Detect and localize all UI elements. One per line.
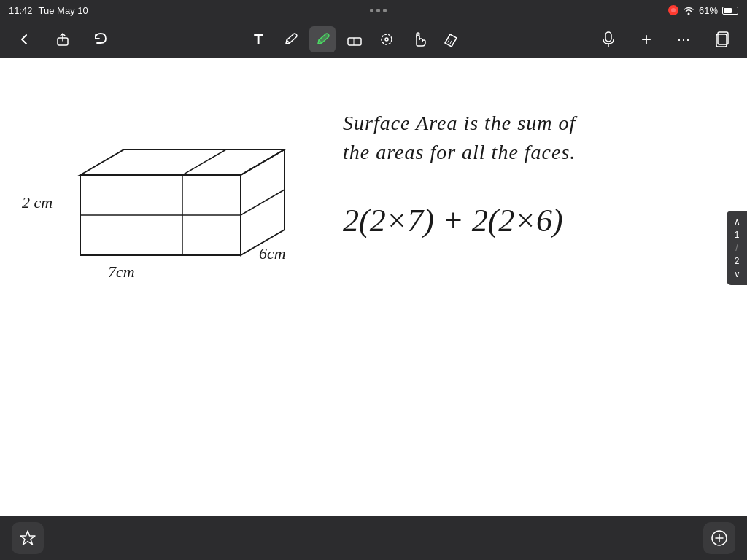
formula-block: 2(2×7) + 2(2×6): [343, 193, 635, 247]
scroll-up-icon[interactable]: ∧: [734, 217, 740, 227]
svg-text:Surface  Area  is  the  sum  o: Surface Area is the sum of: [343, 112, 577, 134]
page-number: 1: [735, 230, 740, 240]
battery-percentage: 61%: [699, 5, 718, 16]
svg-point-3: [382, 34, 392, 44]
status-center: [370, 9, 387, 12]
dimension-2cm-label: 2 cm: [22, 193, 53, 212]
status-bar: 11:42 Tue May 10 61%: [0, 0, 747, 20]
undo-button[interactable]: [88, 26, 114, 52]
canvas-area[interactable]: Surface Area is the sum of the areas for…: [0, 58, 747, 516]
mic-button[interactable]: [595, 26, 622, 52]
text-tool-button[interactable]: T: [245, 26, 271, 52]
toolbar-left: [12, 26, 114, 52]
page-total: 2: [735, 256, 740, 266]
back-button[interactable]: [12, 26, 38, 52]
status-left: 11:42 Tue May 10: [9, 5, 88, 16]
dimension-6cm-label: 6cm: [259, 244, 286, 263]
hand-tool-button[interactable]: [406, 26, 432, 52]
battery-icon: [722, 7, 738, 15]
text-block-definition: Surface Area is the sum of the areas for…: [343, 102, 708, 178]
svg-text:2(2×7) + 2(2×6): 2(2×7) + 2(2×6): [343, 203, 563, 238]
svg-line-17: [182, 149, 226, 175]
svg-rect-2: [348, 38, 361, 45]
svg-text:the  areas  for  all  the  fac: the areas for all the faces.: [343, 141, 576, 163]
pencil-outline-button[interactable]: [277, 26, 303, 52]
scroll-down-icon[interactable]: ∨: [734, 269, 740, 279]
star-button[interactable]: [12, 522, 44, 554]
toolbar: T + ⋯: [0, 20, 747, 58]
scroll-indicator[interactable]: ∧ 1 / 2 ∨: [727, 211, 747, 285]
status-right: 61%: [668, 5, 738, 16]
lasso-button[interactable]: [374, 26, 400, 52]
time-display: 11:42: [9, 5, 33, 16]
rectangular-prism-diagram: [58, 139, 292, 284]
dimension-7cm-label: 7cm: [108, 262, 135, 281]
svg-point-4: [385, 38, 388, 41]
highlighter-button[interactable]: [309, 26, 336, 52]
pages-button[interactable]: [709, 26, 735, 52]
add-page-button[interactable]: [703, 522, 735, 554]
svg-rect-5: [605, 32, 611, 42]
ruler-button[interactable]: [438, 26, 464, 52]
page-slash: /: [735, 243, 738, 253]
add-button[interactable]: +: [633, 26, 659, 52]
svg-point-0: [687, 13, 689, 15]
toolbar-right: + ⋯: [595, 26, 735, 52]
toolbar-center: T: [245, 26, 464, 52]
svg-marker-13: [80, 149, 285, 175]
svg-line-18: [241, 190, 285, 215]
share-button[interactable]: [50, 26, 76, 52]
record-indicator: [668, 5, 678, 15]
date-display: Tue May 10: [39, 5, 88, 16]
bottom-bar: [0, 516, 747, 560]
wifi-icon: [683, 5, 694, 15]
eraser-button[interactable]: [341, 26, 368, 52]
canvas-content: Surface Area is the sum of the areas for…: [0, 58, 747, 516]
more-button[interactable]: ⋯: [671, 26, 697, 52]
